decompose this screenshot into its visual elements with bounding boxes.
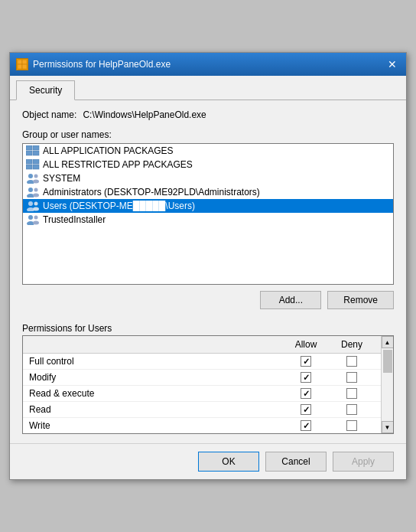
permissions-header: Allow Deny	[23, 336, 381, 354]
scroll-thumb[interactable]	[383, 350, 392, 373]
svg-rect-3	[22, 64, 27, 69]
perm-deny-cell	[329, 388, 375, 399]
user-item[interactable]: ALL RESTRICTED APP PACKAGES	[23, 158, 393, 171]
people-icon	[26, 214, 40, 225]
user-list-buttons: Add... Remove	[22, 291, 394, 309]
permissions-label: Permissions for Users	[22, 318, 394, 335]
object-name-value: C:\Windows\HelpPaneOld.exe	[83, 109, 206, 120]
remove-button[interactable]: Remove	[327, 291, 394, 309]
user-name: Users (DESKTOP-ME█████\Users)	[43, 201, 195, 211]
permissions-section: Permissions for Users Allow Deny Full co…	[22, 318, 394, 434]
svg-point-14	[34, 175, 38, 178]
svg-point-15	[33, 180, 39, 184]
svg-point-20	[28, 201, 33, 206]
allow-checkbox-full-control[interactable]	[301, 356, 311, 367]
allow-checkbox-write[interactable]	[301, 420, 311, 431]
perm-deny-cell	[329, 356, 375, 367]
allow-checkbox-modify[interactable]	[301, 372, 311, 383]
user-item[interactable]: Administrators (DESKTOP-ME92PLD\Administ…	[23, 185, 393, 199]
perm-allow-cell	[283, 388, 329, 399]
svg-rect-0	[18, 60, 22, 64]
user-name: Administrators (DESKTOP-ME92PLD\Administ…	[43, 187, 260, 197]
svg-rect-4	[26, 145, 32, 150]
tab-security[interactable]: Security	[16, 80, 75, 100]
perm-name: Write	[29, 420, 283, 431]
user-item[interactable]: TrustedInstaller	[23, 213, 393, 227]
deny-checkbox-write[interactable]	[346, 420, 357, 431]
perm-deny-cell	[329, 372, 375, 383]
object-name-label: Object name:	[22, 109, 76, 120]
svg-point-16	[28, 188, 33, 192]
add-button[interactable]: Add...	[260, 291, 321, 309]
perm-row-read-execute: Read & execute	[23, 386, 381, 402]
deny-checkbox-read[interactable]	[346, 404, 357, 415]
perm-allow-cell	[283, 372, 329, 383]
deny-checkbox-read-execute[interactable]	[346, 388, 357, 399]
svg-point-24	[28, 215, 33, 220]
svg-rect-11	[33, 165, 39, 169]
people-icon	[26, 187, 40, 197]
svg-point-19	[33, 194, 39, 197]
perm-row-read: Read	[23, 402, 381, 418]
perm-name: Read & execute	[29, 388, 283, 399]
window-icon	[16, 58, 28, 70]
deny-checkbox-modify[interactable]	[346, 372, 357, 383]
permissions-table: Allow Deny Full control Mod	[22, 335, 394, 434]
perm-allow-cell	[283, 420, 329, 431]
svg-point-26	[34, 216, 38, 220]
group-label: Group or user names:	[22, 129, 394, 140]
svg-rect-1	[22, 60, 27, 64]
permissions-scrollbar[interactable]: ▲ ▼	[381, 336, 393, 433]
svg-rect-8	[26, 159, 32, 164]
svg-rect-2	[18, 64, 22, 69]
user-item[interactable]: ALL APPLICATION PACKAGES	[23, 144, 393, 158]
cancel-button[interactable]: Cancel	[265, 452, 327, 472]
permissions-table-inner: Allow Deny Full control Mod	[23, 336, 381, 433]
perm-allow-cell	[283, 356, 329, 367]
user-name: ALL RESTRICTED APP PACKAGES	[43, 159, 193, 170]
perm-name: Modify	[29, 372, 283, 383]
grid-icon	[26, 159, 40, 170]
permissions-dialog: Permissions for HelpPaneOld.exe ✕ Securi…	[9, 52, 407, 480]
allow-checkbox-read-execute[interactable]	[301, 388, 311, 399]
user-item-selected[interactable]: Users (DESKTOP-ME█████\Users)	[23, 199, 393, 213]
user-list[interactable]: ALL APPLICATION PACKAGES ALL RESTRICTED …	[22, 143, 394, 285]
user-item[interactable]: SYSTEM	[23, 171, 393, 185]
svg-rect-6	[26, 151, 32, 155]
user-name: TrustedInstaller	[43, 214, 106, 225]
ok-button[interactable]: OK	[198, 452, 259, 472]
scroll-up-arrow[interactable]: ▲	[382, 336, 394, 348]
perm-deny-cell	[329, 404, 375, 415]
svg-point-18	[34, 188, 38, 192]
people-icon	[26, 201, 40, 211]
tab-bar: Security	[10, 76, 406, 100]
scroll-down-arrow[interactable]: ▼	[382, 421, 394, 433]
dialog-content: Object name: C:\Windows\HelpPaneOld.exe …	[10, 100, 406, 443]
perm-row-full-control: Full control	[23, 354, 381, 370]
user-name: ALL APPLICATION PACKAGES	[43, 145, 174, 156]
scroll-track[interactable]	[382, 348, 394, 421]
grid-icon	[26, 145, 40, 156]
close-button[interactable]: ✕	[385, 57, 400, 72]
allow-checkbox-read[interactable]	[301, 404, 311, 415]
deny-checkbox-full-control[interactable]	[346, 356, 357, 367]
svg-rect-7	[33, 151, 39, 155]
window-title: Permissions for HelpPaneOld.exe	[33, 59, 171, 70]
title-bar: Permissions for HelpPaneOld.exe ✕	[10, 53, 406, 76]
perm-deny-cell	[329, 420, 375, 431]
perm-allow-cell	[283, 404, 329, 415]
object-name-row: Object name: C:\Windows\HelpPaneOld.exe	[22, 109, 394, 120]
svg-point-23	[33, 207, 39, 211]
svg-rect-10	[26, 165, 32, 169]
perm-row-modify: Modify	[23, 370, 381, 386]
apply-button[interactable]: Apply	[333, 452, 394, 472]
perm-row-write: Write	[23, 418, 381, 433]
people-icon	[26, 173, 40, 184]
svg-rect-9	[33, 159, 39, 164]
perm-col-deny: Deny	[329, 339, 375, 350]
perm-name: Read	[29, 404, 283, 415]
svg-point-22	[34, 202, 38, 206]
user-name: SYSTEM	[43, 173, 80, 184]
perm-name: Full control	[29, 356, 283, 367]
title-bar-left: Permissions for HelpPaneOld.exe	[16, 58, 171, 70]
